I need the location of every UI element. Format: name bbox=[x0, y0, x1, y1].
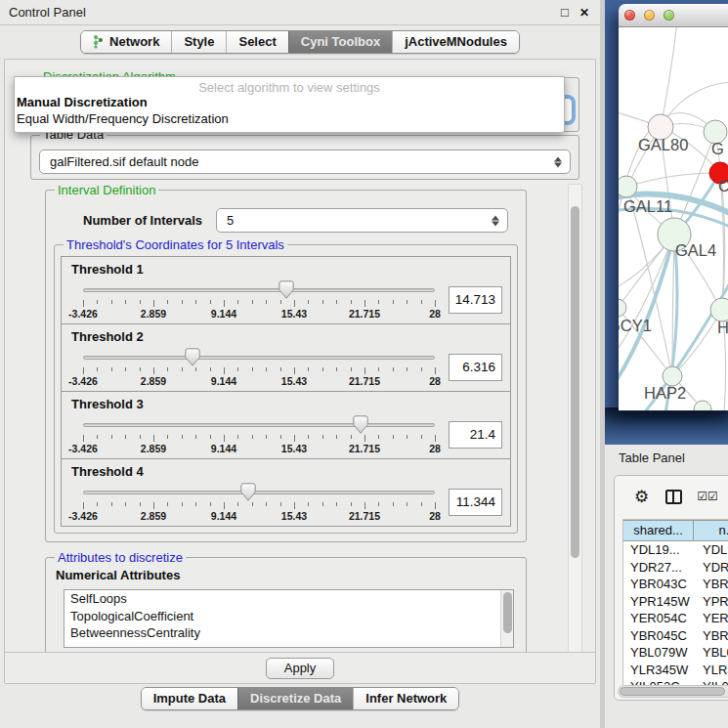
cell-name[interactable]: YBR0 bbox=[694, 627, 728, 645]
tick-mark bbox=[336, 300, 337, 304]
tab-cyni-toolbox[interactable]: Cyni Toolbox bbox=[288, 31, 392, 53]
tick-mark bbox=[308, 435, 309, 439]
cell-shared-name[interactable]: YDL19... bbox=[623, 541, 694, 559]
threshold-slider[interactable]: -3.4262.8599.14415.4321.71528 bbox=[83, 345, 435, 388]
tab-network[interactable]: Network bbox=[81, 31, 171, 53]
cell-shared-name[interactable]: YDR27... bbox=[623, 559, 694, 577]
axis-label: 9.144 bbox=[211, 443, 236, 454]
number-of-intervals-label: Number of Intervals bbox=[83, 213, 202, 228]
network-canvas[interactable]: GAL80GCGAL11GAL4GCY1HHAP2 bbox=[619, 27, 728, 410]
slider-handle[interactable] bbox=[353, 415, 368, 434]
tab-infer-network[interactable]: Infer Network bbox=[353, 688, 458, 709]
tab-discretize-data[interactable]: Discretize Data bbox=[237, 688, 353, 709]
tick-mark bbox=[224, 300, 225, 307]
threshold-value-field[interactable]: 21.4 bbox=[449, 421, 502, 449]
table-row[interactable]: YPR145WYPR1 bbox=[623, 593, 728, 611]
tick-mark bbox=[280, 435, 281, 439]
table-row[interactable]: YER054CYER0 bbox=[623, 610, 728, 627]
tick-mark bbox=[167, 367, 168, 371]
close-icon[interactable]: ✕ bbox=[577, 4, 592, 21]
slider-handle[interactable] bbox=[240, 483, 256, 501]
cell-shared-name[interactable]: YBR043C bbox=[623, 576, 694, 593]
threshold-slider[interactable]: -3.4262.8599.14415.4321.71528 bbox=[83, 480, 435, 523]
checkboxes-icon[interactable]: ☑☑ bbox=[697, 490, 718, 503]
slider-track[interactable] bbox=[83, 356, 435, 360]
network-window-titlebar[interactable] bbox=[619, 4, 728, 27]
dropdown-item-manual-discretization[interactable]: Manual Discretization bbox=[15, 94, 564, 110]
table-panel: ⚙ ☑☑ shared...n... YDL19...YDL1YDR27...Y… bbox=[614, 475, 728, 701]
network-node[interactable] bbox=[619, 176, 637, 197]
list-item-betweennesscentrality[interactable]: BetweennessCentrality bbox=[64, 624, 513, 642]
list-scrollbar[interactable] bbox=[500, 590, 513, 647]
float-icon[interactable]: □ bbox=[557, 4, 573, 21]
slider-handle[interactable] bbox=[185, 348, 200, 366]
cell-shared-name[interactable]: YLR345W bbox=[623, 662, 694, 679]
cell-name[interactable]: YPR1 bbox=[694, 593, 728, 611]
apply-button[interactable]: Apply bbox=[266, 658, 335, 679]
dropdown-item-equal-width[interactable]: Equal Width/Frequency Discretization bbox=[15, 110, 564, 127]
table-row[interactable]: YDL19...YDL1 bbox=[623, 541, 728, 559]
slider-track[interactable] bbox=[83, 423, 435, 427]
cell-name[interactable]: YBR0 bbox=[694, 576, 728, 593]
threshold-slider[interactable]: -3.4262.8599.14415.4321.71528 bbox=[83, 412, 435, 455]
numerical-attributes-label: Numerical Attributes bbox=[56, 568, 518, 582]
tick-mark bbox=[182, 300, 183, 304]
table-row[interactable]: YLR345WYLR3 bbox=[623, 662, 728, 679]
cell-name[interactable]: YDL1 bbox=[694, 541, 728, 559]
tab-impute-data[interactable]: Impute Data bbox=[142, 688, 237, 709]
gear-icon[interactable]: ⚙ bbox=[634, 487, 649, 507]
threshold-value-field[interactable]: 11.344 bbox=[449, 489, 502, 516]
table-row[interactable]: YBR045CYBR0 bbox=[623, 627, 728, 645]
control-panel-titlebar: Control Panel □ ✕ bbox=[0, 0, 600, 25]
tab-jactivemnodules[interactable]: jActiveMNodules bbox=[392, 31, 519, 53]
list-item-selfloops[interactable]: SelfLoops bbox=[64, 590, 513, 608]
table-data-combobox[interactable]: galFiltered.sif default node bbox=[39, 150, 571, 174]
slider-track[interactable] bbox=[83, 288, 435, 292]
cell-name[interactable]: YIL0 bbox=[694, 678, 728, 685]
tab-style[interactable]: Style bbox=[171, 31, 226, 53]
table-row[interactable]: YIL052CYIL0 bbox=[623, 678, 728, 685]
cell-name[interactable]: YER0 bbox=[694, 610, 728, 627]
threshold-row: -3.4262.8599.14415.4321.7152811.344 bbox=[71, 480, 504, 523]
cell-shared-name[interactable]: YBL079W bbox=[623, 644, 694, 662]
horizontal-scrollbar[interactable] bbox=[618, 685, 728, 698]
dropdown-placeholder: Select algorithm to view settings bbox=[15, 77, 564, 94]
threshold-slider[interactable]: -3.4262.8599.14415.4321.71528 bbox=[83, 278, 435, 321]
network-node[interactable] bbox=[663, 366, 682, 386]
tick-mark bbox=[140, 300, 141, 304]
list-scrollbar-thumb[interactable] bbox=[503, 592, 512, 633]
column-header-1[interactable]: shared... bbox=[623, 520, 694, 541]
zoom-light-icon[interactable] bbox=[664, 10, 674, 21]
stepper-icon bbox=[492, 214, 499, 227]
slider-track[interactable] bbox=[83, 491, 435, 494]
threshold-value-field[interactable]: 14.713 bbox=[449, 286, 502, 314]
close-light-icon[interactable] bbox=[624, 10, 635, 21]
node-label: HAP2 bbox=[644, 384, 686, 402]
horizontal-scrollbar-thumb[interactable] bbox=[620, 687, 725, 696]
cell-name[interactable]: YBL0 bbox=[694, 644, 728, 662]
vertical-scrollbar[interactable] bbox=[568, 184, 582, 653]
table-row[interactable]: YDR27...YDR2 bbox=[623, 559, 728, 577]
cell-shared-name[interactable]: YBR045C bbox=[623, 627, 694, 645]
number-of-intervals-combobox[interactable]: 5 bbox=[216, 208, 508, 233]
list-item-topologicalcoefficient[interactable]: TopologicalCoefficient bbox=[64, 608, 513, 625]
threshold-value-field[interactable]: 6.316 bbox=[449, 354, 502, 381]
tick-mark bbox=[364, 502, 365, 509]
vertical-scrollbar-thumb[interactable] bbox=[571, 206, 579, 558]
network-node[interactable] bbox=[619, 299, 626, 317]
tick-mark bbox=[83, 367, 84, 374]
cell-shared-name[interactable]: YIL052C bbox=[623, 678, 694, 685]
cell-name[interactable]: YLR3 bbox=[694, 662, 728, 679]
column-layout-icon[interactable] bbox=[665, 490, 682, 504]
table-row[interactable]: YBR043CYBR0 bbox=[623, 576, 728, 593]
cell-shared-name[interactable]: YER054C bbox=[623, 610, 694, 627]
cell-shared-name[interactable]: YPR145W bbox=[623, 593, 694, 611]
tab-select[interactable]: Select bbox=[226, 31, 287, 53]
column-header-2[interactable]: n... bbox=[694, 520, 728, 541]
table-row[interactable]: YBL079WYBL0 bbox=[623, 644, 728, 662]
slider-handle[interactable] bbox=[278, 280, 294, 299]
tick-mark bbox=[237, 367, 238, 371]
tick-mark bbox=[167, 435, 168, 439]
cell-name[interactable]: YDR2 bbox=[694, 559, 728, 577]
minimize-light-icon[interactable] bbox=[644, 10, 655, 21]
